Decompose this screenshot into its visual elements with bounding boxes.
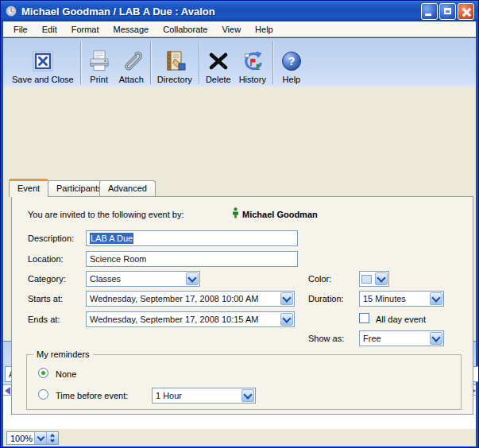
window-title: Michael Goodman / LAB A Due : Avalon bbox=[21, 6, 417, 17]
tab-area: Event Participants Advanced You are invi… bbox=[3, 87, 476, 341]
address-book-icon bbox=[163, 48, 187, 74]
menu-view[interactable]: View bbox=[214, 22, 248, 37]
invite-label: You are invited to the following event b… bbox=[28, 210, 184, 219]
chevron-down-icon bbox=[280, 313, 293, 326]
category-value: Classes bbox=[90, 274, 121, 284]
menu-message[interactable]: Message bbox=[106, 22, 156, 37]
reminder-none-label: None bbox=[56, 369, 76, 379]
location-input[interactable]: Science Room bbox=[86, 251, 298, 267]
event-window: Michael Goodman / LAB A Due : Avalon Fil… bbox=[0, 0, 479, 448]
help-question-icon: ? bbox=[280, 48, 303, 74]
ends-at-value: Wednesday, September 17, 2008 10:15 AM bbox=[90, 315, 258, 324]
chevron-down-icon bbox=[375, 272, 388, 285]
starts-at-select[interactable]: Wednesday, September 17, 2008 10:00 AM bbox=[86, 291, 295, 307]
print-button[interactable]: Print bbox=[83, 41, 115, 85]
directory-button[interactable]: Directory bbox=[153, 41, 196, 85]
duration-select[interactable]: 15 Minutes bbox=[359, 291, 444, 307]
zoom-control[interactable]: 100% bbox=[6, 431, 59, 445]
statusbar: 100% bbox=[3, 428, 476, 446]
reminder-none-radio[interactable] bbox=[38, 368, 48, 378]
time-before-select[interactable]: 1 Hour bbox=[152, 388, 256, 404]
chevron-down-icon bbox=[186, 272, 199, 285]
menu-edit[interactable]: Edit bbox=[35, 22, 64, 37]
main-toolbar: Save and Close Print bbox=[3, 37, 476, 87]
reminder-time-radio[interactable] bbox=[38, 389, 48, 400]
show-as-value: Free bbox=[363, 334, 381, 343]
menubar: File Edit Format Message Collaborate Vie… bbox=[3, 21, 476, 37]
description-label: Description: bbox=[28, 234, 74, 243]
svg-text:?: ? bbox=[288, 55, 296, 68]
attach-button[interactable]: Attach bbox=[115, 41, 148, 85]
delete-x-icon bbox=[207, 48, 230, 74]
color-select[interactable] bbox=[359, 271, 389, 287]
chevron-down-icon bbox=[430, 292, 442, 305]
organizer-name: Michael Goodman bbox=[242, 210, 318, 219]
menu-help[interactable]: Help bbox=[248, 22, 280, 37]
event-color-swatch bbox=[361, 275, 372, 284]
person-icon bbox=[232, 207, 239, 222]
my-reminders-title: My reminders bbox=[33, 350, 93, 359]
category-label: Category: bbox=[28, 274, 66, 284]
color-label: Color: bbox=[308, 274, 331, 284]
printer-icon bbox=[87, 48, 111, 74]
paperclip-icon bbox=[119, 48, 143, 74]
time-before-label: Time before event: bbox=[56, 391, 128, 400]
toolbar-separator bbox=[80, 41, 81, 84]
menu-format[interactable]: Format bbox=[64, 22, 106, 37]
toolbar-separator bbox=[272, 41, 273, 84]
show-as-select[interactable]: Free bbox=[359, 330, 444, 346]
chevron-down-icon bbox=[430, 332, 442, 345]
ends-at-select[interactable]: Wednesday, September 17, 2008 10:15 AM bbox=[86, 311, 295, 327]
starts-at-value: Wednesday, September 17, 2008 10:00 AM bbox=[90, 294, 258, 303]
maximize-button[interactable] bbox=[439, 3, 456, 20]
close-button[interactable] bbox=[458, 3, 474, 20]
location-value: Science Room bbox=[90, 254, 147, 264]
duration-label: Duration: bbox=[308, 294, 344, 303]
my-reminders-group: My reminders None Time before event: 1 H… bbox=[26, 354, 462, 410]
time-before-value: 1 Hour bbox=[156, 391, 182, 400]
history-button[interactable]: History bbox=[235, 41, 270, 85]
delete-button[interactable]: Delete bbox=[202, 41, 235, 85]
save-and-close-icon bbox=[31, 48, 55, 74]
all-day-label: All day event bbox=[376, 315, 426, 324]
description-input[interactable]: LAB A Due bbox=[86, 230, 298, 246]
zoom-value: 100% bbox=[7, 434, 34, 443]
menu-collaborate[interactable]: Collaborate bbox=[156, 22, 214, 37]
ends-at-label: Ends at: bbox=[28, 315, 60, 324]
chevron-down-icon bbox=[241, 389, 254, 402]
help-button[interactable]: ? Help bbox=[276, 41, 307, 85]
location-label: Location: bbox=[28, 254, 64, 264]
toolbar-separator bbox=[199, 41, 199, 84]
starts-at-label: Starts at: bbox=[28, 294, 63, 303]
window-icon bbox=[5, 5, 17, 17]
selected-text: LAB A Due bbox=[90, 233, 133, 244]
toolbar-separator bbox=[150, 41, 151, 84]
category-select[interactable]: Classes bbox=[86, 271, 200, 287]
show-as-label: Show as: bbox=[308, 334, 344, 343]
tab-advanced[interactable]: Advanced bbox=[99, 180, 156, 197]
all-day-checkbox[interactable] bbox=[359, 313, 369, 323]
titlebar[interactable]: Michael Goodman / LAB A Due : Avalon bbox=[1, 1, 478, 21]
history-arrows-icon bbox=[241, 48, 265, 74]
save-and-close-button[interactable]: Save and Close bbox=[8, 41, 78, 85]
menu-file[interactable]: File bbox=[6, 22, 35, 37]
minimize-button[interactable] bbox=[421, 3, 438, 20]
tab-event[interactable]: Event bbox=[9, 179, 48, 197]
zoom-spinner[interactable] bbox=[46, 432, 58, 444]
chevron-down-icon bbox=[280, 292, 293, 305]
duration-value: 15 Minutes bbox=[363, 294, 406, 303]
chevron-down-icon[interactable] bbox=[34, 432, 46, 444]
event-tab-panel: You are invited to the following event b… bbox=[11, 196, 473, 415]
